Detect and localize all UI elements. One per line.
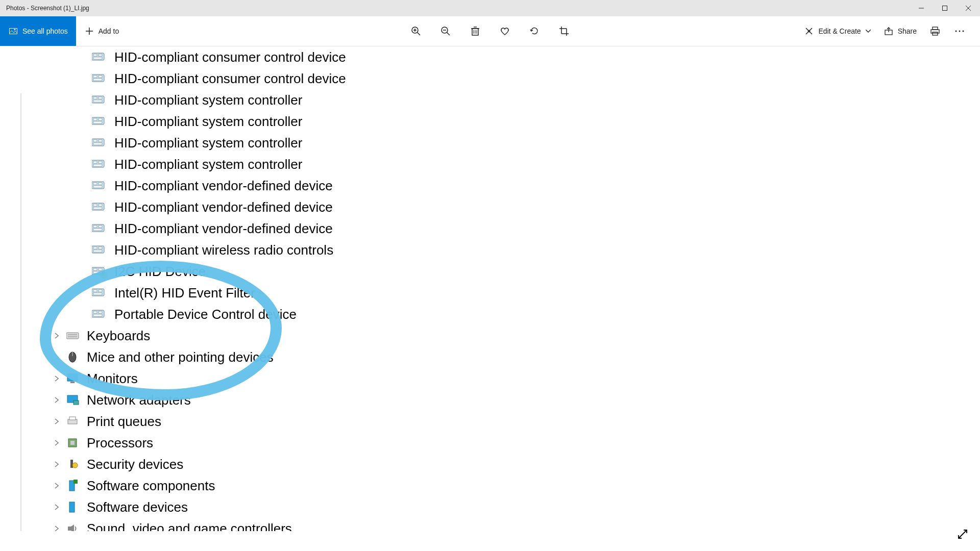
device-category: Keyboards <box>0 325 980 346</box>
device-label: HID-compliant consumer control device <box>114 51 346 64</box>
more-button[interactable] <box>953 25 966 37</box>
toolbar-center <box>410 25 570 37</box>
svg-line-9 <box>418 33 421 36</box>
close-button[interactable] <box>957 0 980 16</box>
device-item: Portable Device Control device <box>0 304 980 325</box>
see-all-photos-button[interactable]: See all photos <box>0 16 76 46</box>
maximize-button[interactable] <box>933 0 957 16</box>
sound-icon <box>66 522 81 535</box>
chevron-right-icon <box>53 354 60 361</box>
image-viewer[interactable]: HID-compliant consumer control deviceHID… <box>0 46 980 551</box>
device-icon <box>92 180 106 192</box>
device-item: I2C HID Device <box>0 261 980 282</box>
chevron-right-icon <box>53 482 60 489</box>
svg-point-35 <box>963 31 964 32</box>
rotate-button[interactable] <box>528 25 541 37</box>
device-icon <box>92 201 106 213</box>
category-label: Software devices <box>87 500 188 514</box>
printer-icon <box>66 415 81 428</box>
device-item: HID-compliant wireless radio controls <box>0 239 980 261</box>
share-button[interactable]: Share <box>884 26 917 36</box>
device-category: Software components <box>0 475 980 496</box>
device-icon <box>92 51 106 63</box>
svg-line-13 <box>447 33 450 36</box>
device-label: HID-compliant system controller <box>114 136 302 149</box>
warning-badge-icon <box>100 271 107 279</box>
device-category: Print queues <box>0 411 980 432</box>
svg-line-36 <box>959 530 967 538</box>
device-label: HID-compliant vendor-defined device <box>114 179 333 192</box>
zoom-in-button[interactable] <box>410 25 422 37</box>
crop-button[interactable] <box>558 25 570 37</box>
chevron-right-icon <box>53 461 60 468</box>
category-label: Sound, video and game controllers <box>87 522 292 535</box>
security-icon <box>66 458 81 470</box>
edit-create-label: Edit & Create <box>818 27 861 35</box>
chevron-right-icon <box>53 375 60 382</box>
chevron-down-icon <box>865 26 871 36</box>
add-to-button[interactable]: Add to <box>76 16 127 46</box>
category-label: Processors <box>87 436 153 449</box>
device-icon <box>92 94 106 106</box>
zoom-out-button[interactable] <box>439 25 452 37</box>
category-label: Keyboards <box>87 329 150 342</box>
device-category: Sound, video and game controllers <box>0 518 980 539</box>
device-category: Network adapters <box>0 389 980 411</box>
svg-rect-4 <box>10 29 17 34</box>
device-icon <box>92 287 106 299</box>
device-item: HID-compliant vendor-defined device <box>0 218 980 239</box>
edit-create-button[interactable]: Edit & Create <box>804 26 871 36</box>
svg-point-33 <box>955 31 957 32</box>
chevron-right-icon <box>53 332 60 339</box>
device-icon <box>92 308 106 320</box>
device-label: HID-compliant system controller <box>114 158 302 171</box>
netadapter-icon <box>66 394 81 406</box>
device-category: Monitors <box>0 368 980 389</box>
category-label: Print queues <box>87 415 161 428</box>
favorite-button[interactable] <box>499 25 511 37</box>
photos-toolbar: See all photos Add to <box>0 16 980 46</box>
window-buttons <box>910 0 980 16</box>
titlebar: Photos - Screenshot (1)_LI.jpg <box>0 0 980 16</box>
category-label: Security devices <box>87 458 183 471</box>
device-item: HID-compliant system controller <box>0 154 980 175</box>
svg-rect-30 <box>933 27 938 30</box>
device-icon <box>92 72 106 85</box>
category-label: Software components <box>87 479 215 492</box>
device-item: HID-compliant system controller <box>0 89 980 111</box>
category-label: Monitors <box>87 372 138 385</box>
chevron-right-icon <box>53 439 60 446</box>
cpu-icon <box>66 437 81 449</box>
swcomp-icon <box>66 480 81 492</box>
image-content: HID-compliant consumer control deviceHID… <box>0 46 980 551</box>
fullscreen-button[interactable] <box>955 527 970 541</box>
tree-guide-line <box>20 93 21 551</box>
device-item: HID-compliant vendor-defined device <box>0 196 980 218</box>
device-category: Security devices <box>0 454 980 475</box>
device-label: HID-compliant system controller <box>114 93 302 107</box>
device-item: Intel(R) HID Event Filter <box>0 282 980 304</box>
device-label: HID-compliant wireless radio controls <box>114 243 333 257</box>
device-label: HID-compliant vendor-defined device <box>114 201 333 214</box>
device-icon <box>92 244 106 256</box>
add-to-label: Add to <box>99 27 119 35</box>
swdev-icon <box>66 501 81 513</box>
svg-point-34 <box>959 31 961 32</box>
device-icon <box>92 265 106 278</box>
window-title: Photos - Screenshot (1)_LI.jpg <box>0 5 89 12</box>
chevron-right-icon <box>53 418 60 425</box>
delete-button[interactable] <box>469 25 481 37</box>
minimize-button[interactable] <box>910 0 933 16</box>
device-category: Processors <box>0 432 980 454</box>
chevron-right-icon <box>53 504 60 511</box>
svg-rect-32 <box>933 32 938 35</box>
category-label: Mice and other pointing devices <box>87 350 274 364</box>
device-icon <box>92 115 106 128</box>
share-icon <box>884 26 894 36</box>
device-label: Portable Device Control device <box>114 308 297 321</box>
keyboard-icon <box>66 330 81 342</box>
print-button[interactable] <box>929 25 941 37</box>
svg-rect-1 <box>943 6 947 11</box>
category-label: Network adapters <box>87 393 191 407</box>
device-label: HID-compliant vendor-defined device <box>114 222 333 235</box>
